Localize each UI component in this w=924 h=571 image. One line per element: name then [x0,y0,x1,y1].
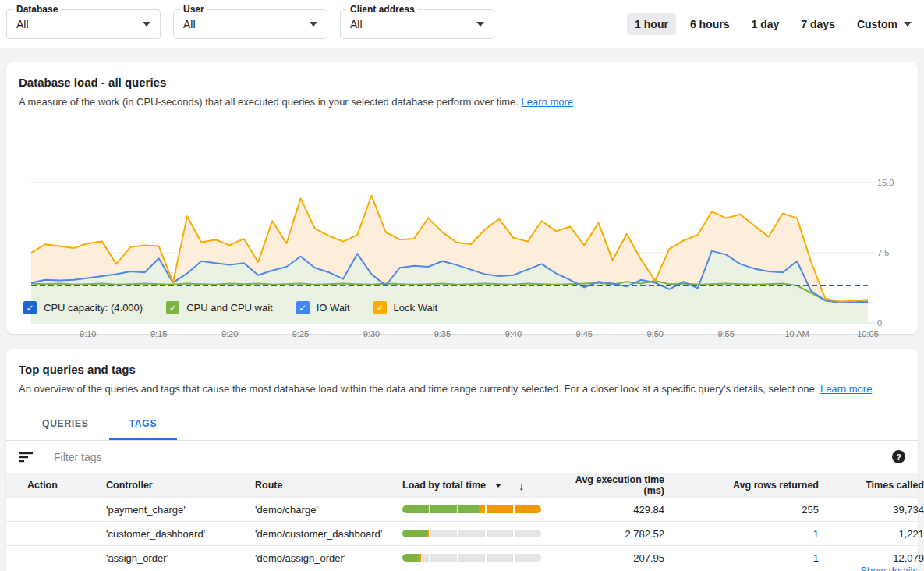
help-icon[interactable]: ? [892,450,905,463]
client-address-select-value: All [350,18,476,30]
time-range-6-hours[interactable]: 6 hours [682,13,738,35]
chevron-down-icon [310,22,317,27]
user-select-label: User [180,4,207,15]
dropdown-caret-icon [495,484,501,488]
user-select[interactable]: User All [173,9,327,39]
svg-text:9:55: 9:55 [717,329,734,339]
svg-text:9:10: 9:10 [80,329,96,339]
svg-text:9:35: 9:35 [434,329,451,339]
column-header-action: Action [6,480,100,491]
time-range-custom-label: Custom [857,18,897,30]
svg-text:9:40: 9:40 [505,329,522,339]
database-select[interactable]: Database All [6,9,161,39]
top-queries-card: Top queries and tags An overview of the … [6,349,918,571]
database-select-value: All [16,18,143,30]
database-load-card: Database load - all queries A measure of… [6,62,918,334]
chevron-down-icon [143,22,150,27]
time-range-1-day[interactable]: 1 day [743,13,787,35]
sort-descending-icon[interactable]: ↓ [519,479,525,492]
cell-times-called: 12,079 [825,552,924,564]
time-range-group: 1 hour 6 hours 1 day 7 days Custom [627,13,915,35]
svg-text:9:50: 9:50 [646,329,663,339]
column-header-route: Route [249,480,402,491]
cell-avg-exec: 207.95 [552,552,671,564]
load-bar [402,505,541,513]
cell-times-called: 1,221 [825,528,924,540]
tab-queries[interactable]: QUERIES [22,409,109,440]
load-bar [402,554,541,562]
svg-text:9:15: 9:15 [150,329,167,339]
time-range-1-hour[interactable]: 1 hour [627,13,676,35]
time-range-custom[interactable]: Custom [849,13,915,35]
client-address-select-label: Client address [347,4,418,15]
column-header-avg-exec: Avg execution time (ms) [552,474,671,496]
svg-text:7.5: 7.5 [877,248,889,257]
database-select-label: Database [13,4,61,15]
cell-avg-rows: 1 [671,528,825,540]
chart-legend: ✓ CPU capacity: (4.000) ✓ CPU and CPU wa… [23,301,437,314]
cell-avg-rows: 255 [671,504,825,516]
table-row[interactable]: 'assign_order' 'demo/assign_order' 207.9… [6,545,918,569]
filter-toolbar: Database All User All Client address All… [0,0,924,48]
io-wait-checkbox[interactable]: ✓ IO Wait [296,301,350,314]
chevron-down-icon [904,22,912,27]
svg-text:9:20: 9:20 [221,329,238,339]
svg-text:10:05: 10:05 [857,329,879,339]
svg-text:15.0: 15.0 [877,178,894,187]
cell-controller: 'customer_dashboard' [100,528,249,540]
show-details-link[interactable]: Show details [860,565,918,571]
svg-text:10 AM: 10 AM [784,329,809,339]
cell-times-called: 39,734 [825,504,924,516]
cpu-wait-checkbox[interactable]: ✓ CPU and CPU wait [166,301,273,314]
lock-wait-checkbox[interactable]: ✓ Lock Wait [373,301,438,314]
chevron-down-icon [476,22,484,27]
svg-text:9:25: 9:25 [292,329,309,339]
client-address-select[interactable]: Client address All [340,9,494,39]
cell-controller: 'assign_order' [100,552,249,564]
section-title: Top queries and tags [6,349,918,376]
column-header-avg-rows: Avg rows returned [671,480,825,491]
card-title: Database load - all queries [6,62,918,89]
cell-avg-exec: 2,782.52 [552,528,671,540]
filter-tags-input[interactable]: Filter tags [54,451,892,463]
tab-tags[interactable]: TAGS [109,409,178,440]
cell-route: 'demo/assign_order' [249,552,402,564]
svg-text:9:30: 9:30 [363,329,380,339]
column-header-load[interactable]: Load by total time ↓ [402,479,552,492]
checkbox-checked-icon: ✓ [23,301,37,314]
learn-more-link[interactable]: Learn more [522,96,573,108]
table-row[interactable]: 'customer_dashboard' 'demo/customer_dash… [6,521,918,545]
cell-route: 'demo/customer_dashboard' [249,528,402,540]
checkbox-checked-icon: ✓ [166,301,179,314]
cell-route: 'demo/charge' [249,504,402,516]
table-row[interactable]: 'payment_charge' 'demo/charge' 429.84 25… [6,497,918,521]
checkbox-checked-icon: ✓ [296,301,310,314]
cell-avg-exec: 429.84 [552,504,671,516]
database-load-chart[interactable]: 07.515.09:109:159:209:259:309:359:409:45… [6,173,918,343]
card-description: A measure of the work (in CPU-seconds) t… [6,89,918,108]
svg-text:9:45: 9:45 [576,329,593,339]
section-description: An overview of the queries and tags that… [6,376,918,395]
filter-icon [19,452,33,463]
cell-controller: 'payment_charge' [100,504,249,516]
load-bar [402,530,541,537]
cpu-capacity-checkbox[interactable]: ✓ CPU capacity: (4.000) [23,301,143,314]
user-select-value: All [183,18,310,30]
time-range-7-days[interactable]: 7 days [793,13,843,35]
filter-tags-row: Filter tags ? [6,441,918,473]
table-header: Action Controller Route Load by total ti… [6,473,918,497]
column-header-controller: Controller [100,480,249,491]
checkbox-checked-icon: ✓ [373,301,387,314]
cell-avg-rows: 1 [671,552,825,564]
column-header-times-called: Times called [825,480,924,491]
learn-more-link[interactable]: Learn more [820,383,872,395]
svg-text:0: 0 [877,318,882,328]
tab-bar: QUERIES TAGS [6,409,918,441]
